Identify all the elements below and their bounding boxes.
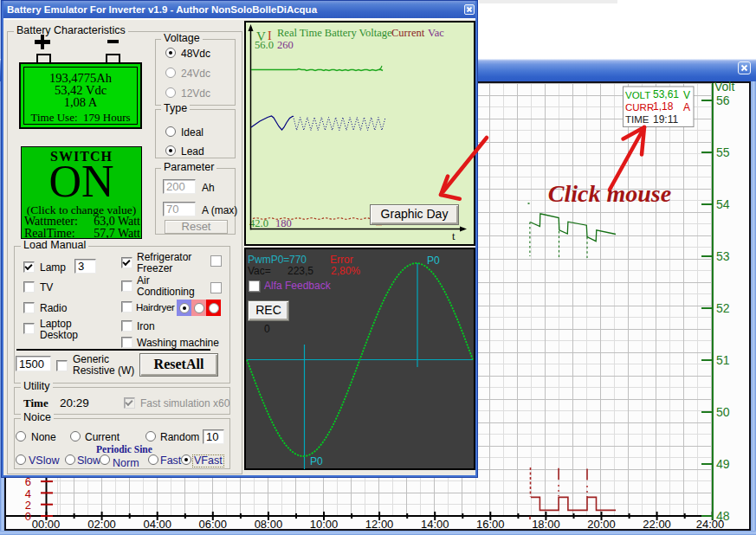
svg-text:Click mouse: Click mouse	[548, 180, 671, 207]
